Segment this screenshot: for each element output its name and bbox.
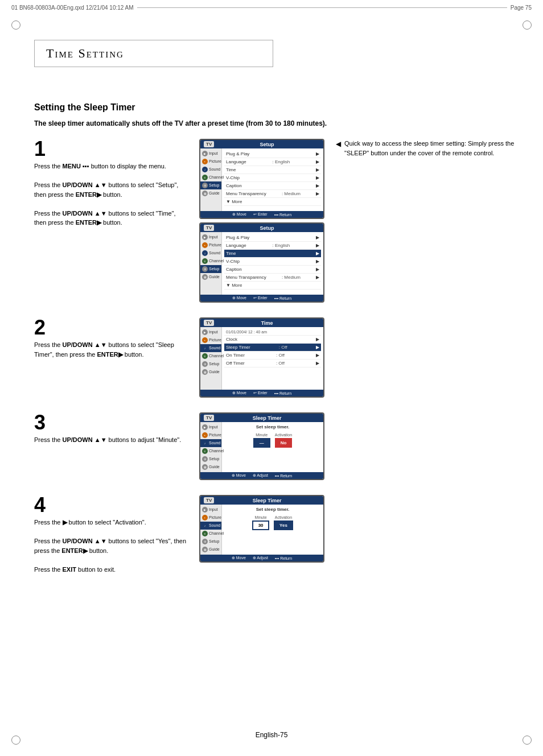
bullet-arrow: ◀ <box>336 139 341 149</box>
step-1-row: 1 Press the MENU ▪▪▪ button to display t… <box>34 139 520 306</box>
menu-clock: Clock▶ <box>224 336 321 344</box>
page-ref: Page 75 <box>511 5 532 11</box>
nav-move-2: ⊕ Move <box>232 296 246 300</box>
input-icon-t: ▶ <box>202 329 208 335</box>
sidebar-setup-s3: ⚙Setup <box>200 455 221 463</box>
tv-header-time: TV Time <box>200 319 323 327</box>
sidebar-sound-t-active: ♪Sound <box>200 344 221 352</box>
step-1-text: Press the MENU ▪▪▪ button to display the… <box>34 162 188 228</box>
menu-language-2: Language: English▶ <box>224 242 321 250</box>
step-4-number: 4 <box>34 495 188 515</box>
sidebar-channel-t: ≡Channel <box>200 352 221 360</box>
setup-icon-s4: ⚙ <box>202 539 208 544</box>
sidebar-setup-s4: ⚙Setup <box>200 538 221 546</box>
sleep-title-4: Set sleep timer. <box>227 507 319 512</box>
page-footer: English-75 <box>0 731 543 739</box>
tv-main-sleep-3: Set sleep timer. Minute — Activation No <box>222 422 323 472</box>
sidebar-picture-2: ▪Picture <box>200 241 221 249</box>
tv-header-2: TV Setup <box>200 224 323 232</box>
tv-screen-sleep-4: TV Sleep Timer ▶Input ▪Picture ♪Sound ≡C… <box>199 495 324 563</box>
picture-icon-s4: ▪ <box>202 515 208 520</box>
time-info: 01/01/2004/ 12 : 40 am <box>224 329 321 336</box>
nav-enter-t: ↩ Enter <box>253 391 268 395</box>
tv-sidebar-time: ▶Input ▪Picture ♪Sound ≡Channel ⚙Setup ▦… <box>200 327 222 390</box>
menu-vchip: V-Chip▶ <box>224 174 321 182</box>
menu-time-highlighted: Time▶ <box>224 250 321 258</box>
picture-icon-s3: ▪ <box>202 432 208 438</box>
tv-label-sleep-4: TV <box>204 497 214 503</box>
tv-label-time: TV <box>204 320 214 326</box>
step-2-left: 2 Press the UP/DOWN ▲▼ buttons to select… <box>34 317 188 359</box>
minute-field-4: Minute 30 <box>252 515 269 530</box>
page-header-text: 01 BN68-00803A-00Eng.qxd 12/21/04 10:12 … <box>11 5 134 11</box>
tv-footer-sleep-3: ⊕ Move ⊕ Adjust ▪▪▪ Return <box>200 472 323 479</box>
step-4-row: 4 Press the ▶ button to select "Activati… <box>34 495 520 574</box>
sidebar-input-2: ▶Input <box>200 233 221 241</box>
sidebar-input-s4: ▶Input <box>200 506 221 514</box>
activation-value-4: Yes <box>274 520 293 530</box>
activation-label-3: Activation <box>275 433 293 437</box>
channel-icon-2: ≡ <box>202 258 208 264</box>
steps-area: 1 Press the MENU ▪▪▪ button to display t… <box>34 139 520 580</box>
tv-body-2: ▶Input ▪Picture ♪Sound ≡Channel ⚙Setup ▦… <box>200 232 323 295</box>
sleep-fields-3: Minute — Activation No <box>227 433 319 448</box>
activation-label-4: Activation <box>274 515 293 519</box>
tv-label-2: TV <box>204 225 214 231</box>
sidebar-picture-t: ▪Picture <box>200 336 221 344</box>
guide-icon-2: ▦ <box>202 274 208 280</box>
minute-field-3: Minute — <box>253 433 270 448</box>
page-title: Time Setting <box>46 46 261 61</box>
tv-label-sleep-3: TV <box>204 415 214 421</box>
tv-footer-time: ⊕ Move ↩ Enter ▪▪▪ Return <box>200 390 323 396</box>
menu-on-timer: On Timer: Off▶ <box>224 352 321 360</box>
sidebar-guide-t: ▦Guide <box>200 368 221 376</box>
title-box: Time Setting <box>34 40 273 67</box>
guide-icon: ▦ <box>202 191 208 196</box>
sidebar-setup-active: ⚙Setup <box>200 181 221 189</box>
menu-caption: Caption▶ <box>224 182 321 190</box>
note-text: Quick way to access the sleep timer sett… <box>344 139 520 158</box>
menu-caption-2: Caption▶ <box>224 266 321 274</box>
tv-screen-sleep-3: TV Sleep Timer ▶Input ▪Picture ♪Sound ≡C… <box>199 412 324 480</box>
sidebar-channel-s4: ≡Channel <box>200 530 221 538</box>
tv-body-sleep-4: ▶Input ▪Picture ♪Sound ≡Channel ⚙Setup ▦… <box>200 505 323 555</box>
sleep-title-3: Set sleep timer. <box>227 424 319 429</box>
channel-icon-s4: ≡ <box>202 531 208 536</box>
sidebar-sound-2: ♪Sound <box>200 249 221 257</box>
tv-sidebar-sleep-4: ▶Input ▪Picture ♪Sound ≡Channel ⚙Setup ▦… <box>200 505 222 555</box>
step-2-row: 2 Press the UP/DOWN ▲▼ buttons to select… <box>34 317 520 401</box>
input-icon: ▶ <box>202 151 208 156</box>
sleep-fields-4: Minute 30 Activation Yes <box>227 515 319 530</box>
sidebar-picture: ▪Picture <box>200 158 221 166</box>
tv-header-1: TV Setup <box>200 140 323 148</box>
sidebar-channel: ≡Channel <box>200 173 221 181</box>
sidebar-channel-2: ≡Channel <box>200 257 221 265</box>
setup-icon-2: ⚙ <box>202 266 208 272</box>
sidebar-setup-active-2: ⚙Setup <box>200 265 221 273</box>
tv-sidebar-2: ▶Input ▪Picture ♪Sound ≡Channel ⚙Setup ▦… <box>200 232 222 295</box>
minute-label-3: Minute <box>253 433 270 437</box>
activation-field-4: Activation Yes <box>274 515 293 530</box>
menu-off-timer: Off Timer: Off▶ <box>224 360 321 367</box>
corner-circle-tl <box>11 20 20 30</box>
sidebar-input-s3: ▶Input <box>200 423 221 431</box>
step-3-number: 3 <box>34 412 188 433</box>
nav-move-1: ⊕ Move <box>232 212 246 217</box>
sidebar-input-t: ▶Input <box>200 328 221 336</box>
step-1-screens: TV Setup ▶Input ▪Picture ♪Sound ≡Channel… <box>199 139 324 306</box>
menu-transparency: Menu Transparency: Medium▶ <box>224 190 321 198</box>
tv-sidebar-sleep-3: ▶Input ▪Picture ♪Sound ≡Channel ⚙Setup ▦… <box>200 422 222 472</box>
sidebar-setup-t: ⚙Setup <box>200 360 221 368</box>
sidebar-guide: ▦Guide <box>200 189 221 197</box>
step-1-left: 1 Press the MENU ▪▪▪ button to display t… <box>34 139 188 228</box>
tv-footer-2: ⊕ Move ↩ Enter ▪▪▪ Return <box>200 295 323 301</box>
tv-screen-setup-2: TV Setup ▶Input ▪Picture ♪Sound ≡Channel… <box>199 222 324 303</box>
channel-icon-t: ≡ <box>202 353 208 359</box>
sound-icon-2: ♪ <box>202 250 208 256</box>
step-3-text: Press the UP/DOWN ▲▼ buttons to adjust "… <box>34 435 188 445</box>
nav-return-s3: ▪▪▪ Return <box>275 473 292 478</box>
tv-main-time: 01/01/2004/ 12 : 40 am Clock▶ Sleep Time… <box>222 327 323 390</box>
guide-icon-t: ▦ <box>202 369 208 375</box>
step-1-bullet: ◀ Quick way to access the sleep timer se… <box>336 139 520 158</box>
tv-screen-setup-1: TV Setup ▶Input ▪Picture ♪Sound ≡Channel… <box>199 139 324 219</box>
